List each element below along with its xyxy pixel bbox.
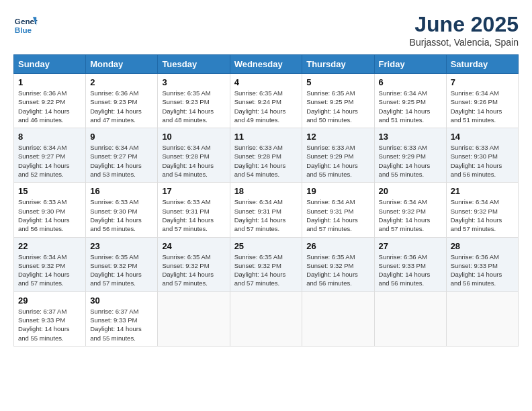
calendar-week-row: 1Sunrise: 6:36 AMSunset: 9:22 PMDaylight… (14, 74, 519, 128)
month-title: June 2025 (410, 12, 519, 37)
day-number: 15 (18, 186, 81, 196)
calendar-cell: 18Sunrise: 6:34 AMSunset: 9:31 PMDayligh… (230, 183, 302, 237)
calendar-cell: 23Sunrise: 6:35 AMSunset: 9:32 PMDayligh… (86, 237, 158, 291)
day-info: Sunrise: 6:36 AMSunset: 9:33 PMDaylight:… (451, 253, 502, 287)
day-info: Sunrise: 6:37 AMSunset: 9:33 PMDaylight:… (90, 308, 142, 342)
day-info: Sunrise: 6:35 AMSunset: 9:23 PMDaylight:… (162, 89, 214, 124)
day-info: Sunrise: 6:35 AMSunset: 9:25 PMDaylight:… (306, 89, 358, 124)
calendar-cell (158, 291, 230, 346)
day-number: 10 (162, 132, 225, 142)
day-info: Sunrise: 6:36 AMSunset: 9:23 PMDaylight:… (90, 89, 142, 124)
weekday-header: Saturday (446, 55, 518, 74)
weekday-header: Monday (86, 55, 158, 74)
weekday-header-row: SundayMondayTuesdayWednesdayThursdayFrid… (14, 55, 519, 74)
calendar-cell: 30Sunrise: 6:37 AMSunset: 9:33 PMDayligh… (86, 291, 158, 346)
calendar-cell: 27Sunrise: 6:36 AMSunset: 9:33 PMDayligh… (374, 237, 446, 291)
day-number: 13 (379, 132, 442, 142)
page-header: General Blue June 2025 Burjassot, Valenc… (13, 12, 519, 48)
calendar-cell: 2Sunrise: 6:36 AMSunset: 9:23 PMDaylight… (86, 74, 158, 128)
calendar-cell: 19Sunrise: 6:34 AMSunset: 9:31 PMDayligh… (302, 183, 374, 237)
calendar-cell (374, 291, 446, 346)
day-number: 8 (18, 132, 81, 142)
day-number: 24 (162, 241, 225, 251)
logo: General Blue (13, 12, 38, 36)
calendar-cell: 14Sunrise: 6:33 AMSunset: 9:30 PMDayligh… (446, 128, 518, 183)
day-number: 5 (306, 77, 369, 87)
day-number: 26 (306, 241, 369, 251)
day-info: Sunrise: 6:33 AMSunset: 9:29 PMDaylight:… (306, 144, 358, 178)
day-info: Sunrise: 6:33 AMSunset: 9:31 PMDaylight:… (162, 198, 214, 232)
calendar-week-row: 15Sunrise: 6:33 AMSunset: 9:30 PMDayligh… (14, 183, 519, 237)
calendar-cell (302, 291, 374, 346)
day-info: Sunrise: 6:33 AMSunset: 9:30 PMDaylight:… (18, 198, 70, 232)
day-info: Sunrise: 6:34 AMSunset: 9:26 PMDaylight:… (451, 89, 502, 124)
day-number: 16 (90, 186, 153, 196)
calendar-cell (446, 291, 518, 346)
day-number: 11 (234, 132, 298, 142)
calendar-week-row: 22Sunrise: 6:34 AMSunset: 9:32 PMDayligh… (14, 237, 519, 291)
calendar-cell: 17Sunrise: 6:33 AMSunset: 9:31 PMDayligh… (158, 183, 230, 237)
day-info: Sunrise: 6:35 AMSunset: 9:32 PMDaylight:… (306, 253, 358, 287)
day-info: Sunrise: 6:36 AMSunset: 9:33 PMDaylight:… (379, 253, 431, 287)
day-number: 12 (306, 132, 369, 142)
svg-text:Blue: Blue (15, 26, 32, 34)
calendar-cell: 9Sunrise: 6:34 AMSunset: 9:27 PMDaylight… (86, 128, 158, 183)
weekday-header: Tuesday (158, 55, 230, 74)
day-info: Sunrise: 6:34 AMSunset: 9:31 PMDaylight:… (234, 198, 286, 232)
day-info: Sunrise: 6:33 AMSunset: 9:29 PMDaylight:… (379, 144, 431, 178)
calendar-cell: 25Sunrise: 6:35 AMSunset: 9:32 PMDayligh… (230, 237, 302, 291)
day-number: 28 (451, 241, 514, 251)
calendar-table: SundayMondayTuesdayWednesdayThursdayFrid… (13, 54, 519, 347)
calendar-cell: 11Sunrise: 6:33 AMSunset: 9:28 PMDayligh… (230, 128, 302, 183)
title-area: June 2025 Burjassot, Valencia, Spain (410, 12, 519, 48)
day-info: Sunrise: 6:33 AMSunset: 9:30 PMDaylight:… (90, 198, 142, 232)
day-info: Sunrise: 6:33 AMSunset: 9:30 PMDaylight:… (451, 144, 502, 178)
calendar-cell: 13Sunrise: 6:33 AMSunset: 9:29 PMDayligh… (374, 128, 446, 183)
calendar-cell: 5Sunrise: 6:35 AMSunset: 9:25 PMDaylight… (302, 74, 374, 128)
calendar-cell: 7Sunrise: 6:34 AMSunset: 9:26 PMDaylight… (446, 74, 518, 128)
calendar-cell: 29Sunrise: 6:37 AMSunset: 9:33 PMDayligh… (14, 291, 86, 346)
day-info: Sunrise: 6:34 AMSunset: 9:27 PMDaylight:… (90, 144, 142, 178)
day-info: Sunrise: 6:34 AMSunset: 9:32 PMDaylight:… (18, 253, 70, 287)
day-info: Sunrise: 6:33 AMSunset: 9:28 PMDaylight:… (234, 144, 286, 178)
calendar-cell: 15Sunrise: 6:33 AMSunset: 9:30 PMDayligh… (14, 183, 86, 237)
weekday-header: Friday (374, 55, 446, 74)
day-number: 21 (451, 186, 514, 196)
day-number: 22 (18, 241, 81, 251)
day-info: Sunrise: 6:34 AMSunset: 9:27 PMDaylight:… (18, 144, 70, 178)
day-number: 3 (162, 77, 225, 87)
day-number: 18 (234, 186, 298, 196)
calendar-cell: 1Sunrise: 6:36 AMSunset: 9:22 PMDaylight… (14, 74, 86, 128)
logo-icon: General Blue (13, 12, 38, 36)
day-number: 17 (162, 186, 225, 196)
day-info: Sunrise: 6:34 AMSunset: 9:25 PMDaylight:… (379, 89, 431, 124)
calendar-week-row: 8Sunrise: 6:34 AMSunset: 9:27 PMDaylight… (14, 128, 519, 183)
weekday-header: Thursday (302, 55, 374, 74)
calendar-week-row: 29Sunrise: 6:37 AMSunset: 9:33 PMDayligh… (14, 291, 519, 346)
weekday-header: Sunday (14, 55, 86, 74)
day-info: Sunrise: 6:37 AMSunset: 9:33 PMDaylight:… (18, 308, 70, 342)
day-number: 2 (90, 77, 153, 87)
calendar-cell: 6Sunrise: 6:34 AMSunset: 9:25 PMDaylight… (374, 74, 446, 128)
day-number: 29 (18, 295, 81, 306)
day-info: Sunrise: 6:34 AMSunset: 9:31 PMDaylight:… (306, 198, 358, 232)
day-number: 23 (90, 241, 153, 251)
calendar-cell (230, 291, 302, 346)
calendar-cell: 16Sunrise: 6:33 AMSunset: 9:30 PMDayligh… (86, 183, 158, 237)
day-number: 4 (234, 77, 298, 87)
calendar-cell: 28Sunrise: 6:36 AMSunset: 9:33 PMDayligh… (446, 237, 518, 291)
calendar-cell: 3Sunrise: 6:35 AMSunset: 9:23 PMDaylight… (158, 74, 230, 128)
day-number: 9 (90, 132, 153, 142)
calendar-cell: 24Sunrise: 6:35 AMSunset: 9:32 PMDayligh… (158, 237, 230, 291)
day-info: Sunrise: 6:35 AMSunset: 9:32 PMDaylight:… (162, 253, 214, 287)
calendar-cell: 10Sunrise: 6:34 AMSunset: 9:28 PMDayligh… (158, 128, 230, 183)
day-info: Sunrise: 6:36 AMSunset: 9:22 PMDaylight:… (18, 89, 70, 124)
day-info: Sunrise: 6:34 AMSunset: 9:32 PMDaylight:… (379, 198, 431, 232)
day-number: 14 (451, 132, 514, 142)
day-number: 7 (451, 77, 514, 87)
day-number: 1 (18, 77, 81, 87)
calendar-cell: 8Sunrise: 6:34 AMSunset: 9:27 PMDaylight… (14, 128, 86, 183)
calendar-cell: 4Sunrise: 6:35 AMSunset: 9:24 PMDaylight… (230, 74, 302, 128)
day-info: Sunrise: 6:35 AMSunset: 9:32 PMDaylight:… (234, 253, 286, 287)
day-number: 6 (379, 77, 442, 87)
